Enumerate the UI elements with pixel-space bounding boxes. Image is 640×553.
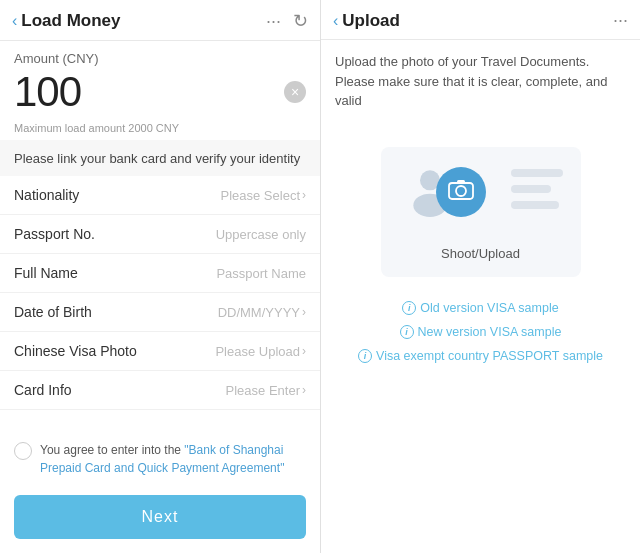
verify-banner: Please link your bank card and verify yo… — [0, 140, 320, 176]
sample-link-passport[interactable]: i Visa exempt country PASSPORT sample — [358, 349, 603, 363]
amount-label: Amount (CNY) — [14, 51, 306, 66]
sample-link-old-visa-text: Old version VISA sample — [420, 301, 558, 315]
upload-lines — [511, 169, 563, 209]
visa-photo-value: Please Upload › — [215, 344, 306, 359]
amount-section: Amount (CNY) 100 — [0, 41, 320, 120]
clear-button[interactable] — [284, 81, 306, 103]
dots-icon[interactable]: ··· — [266, 11, 281, 32]
dots-icon-right[interactable]: ··· — [613, 10, 628, 31]
form-row-fullname[interactable]: Full Name Passport Name — [0, 254, 320, 293]
upload-card[interactable]: Shoot/Upload — [381, 147, 581, 277]
max-note: Maximum load amount 2000 CNY — [0, 120, 320, 140]
upload-panel: ‹ Upload ··· Upload the photo of your Tr… — [320, 0, 640, 553]
amount-value: 100 — [14, 68, 81, 116]
sample-link-passport-text: Visa exempt country PASSPORT sample — [376, 349, 603, 363]
upload-line-2 — [511, 185, 551, 193]
upload-line-1 — [511, 169, 563, 177]
amount-row: 100 — [14, 68, 306, 116]
fullname-value: Passport Name — [216, 266, 306, 281]
fullname-label: Full Name — [14, 265, 124, 281]
sample-links: i Old version VISA sample i New version … — [321, 293, 640, 371]
agreement-text: You agree to enter into the "Bank of Sha… — [40, 441, 306, 477]
sample-link-new-visa-text: New version VISA sample — [418, 325, 562, 339]
right-header-right: ··· — [613, 10, 628, 31]
load-money-panel: ‹ Load Money ··· ↻ Amount (CNY) 100 Maxi… — [0, 0, 320, 553]
form-row-passport[interactable]: Passport No. Uppercase only — [0, 215, 320, 254]
camera-icon — [448, 178, 474, 206]
passport-value: Uppercase only — [216, 227, 306, 242]
right-panel-title: Upload — [342, 11, 400, 31]
form-row-visa-photo[interactable]: Chinese Visa Photo Please Upload › — [0, 332, 320, 371]
left-header: ‹ Load Money ··· ↻ — [0, 0, 320, 41]
chevron-icon: › — [302, 305, 306, 319]
agreement-row: You agree to enter into the "Bank of Sha… — [0, 431, 320, 487]
upload-line-3 — [511, 201, 559, 209]
form-row-card-info[interactable]: Card Info Please Enter › — [0, 371, 320, 410]
svg-point-3 — [456, 186, 466, 196]
form-row-dob[interactable]: Date of Birth DD/MM/YYYY › — [0, 293, 320, 332]
sample-link-new-visa[interactable]: i New version VISA sample — [400, 325, 562, 339]
left-panel-title: Load Money — [21, 11, 120, 31]
nationality-value: Please Select › — [221, 188, 307, 203]
left-header-left: ‹ Load Money — [12, 11, 121, 31]
info-icon-2: i — [400, 325, 414, 339]
right-header-left: ‹ Upload — [333, 11, 400, 31]
chevron-icon: › — [302, 344, 306, 358]
nationality-label: Nationality — [14, 187, 124, 203]
chevron-icon: › — [302, 188, 306, 202]
camera-button[interactable] — [436, 167, 486, 217]
svg-rect-4 — [457, 180, 465, 184]
sample-link-old-visa[interactable]: i Old version VISA sample — [402, 301, 558, 315]
right-header: ‹ Upload ··· — [321, 0, 640, 40]
next-button[interactable]: Next — [14, 495, 306, 539]
chevron-icon: › — [302, 383, 306, 397]
upload-description: Upload the photo of your Travel Document… — [321, 40, 640, 123]
card-info-value: Please Enter › — [226, 383, 306, 398]
dob-label: Date of Birth — [14, 304, 124, 320]
refresh-icon[interactable]: ↻ — [293, 10, 308, 32]
agreement-radio[interactable] — [14, 442, 32, 460]
card-info-label: Card Info — [14, 382, 124, 398]
info-icon-3: i — [358, 349, 372, 363]
upload-area: Shoot/Upload — [321, 123, 640, 293]
visa-photo-label: Chinese Visa Photo — [14, 343, 137, 359]
form-row-nationality[interactable]: Nationality Please Select › — [0, 176, 320, 215]
verify-banner-text: Please link your bank card and verify yo… — [14, 151, 300, 166]
next-btn-wrap: Next — [0, 487, 320, 553]
passport-label: Passport No. — [14, 226, 124, 242]
info-icon-1: i — [402, 301, 416, 315]
back-icon[interactable]: ‹ — [12, 12, 17, 30]
back-icon-right[interactable]: ‹ — [333, 12, 338, 30]
dob-value: DD/MM/YYYY › — [218, 305, 306, 320]
left-header-right: ··· ↻ — [266, 10, 308, 32]
upload-label: Shoot/Upload — [441, 246, 520, 261]
form-section: Nationality Please Select › Passport No.… — [0, 176, 320, 431]
